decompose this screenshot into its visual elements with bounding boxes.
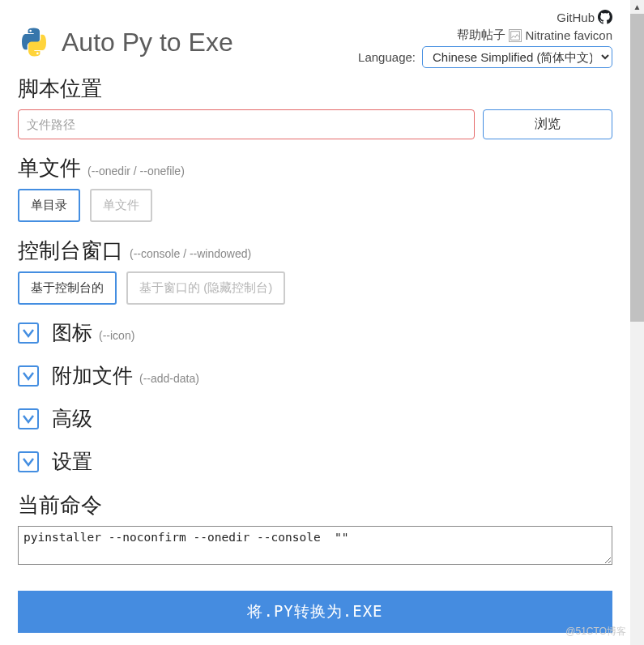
console-title: 控制台窗口 xyxy=(18,237,123,265)
browse-button[interactable]: 浏览 xyxy=(483,109,612,139)
collapse-label: 设置 xyxy=(52,448,92,475)
collapse-label: 高级 xyxy=(52,405,92,432)
console-hint: (--console / --windowed) xyxy=(130,247,251,260)
collapse-label: 附加文件 xyxy=(52,362,133,389)
script-path-input[interactable] xyxy=(18,109,475,139)
expand-toggle[interactable] xyxy=(18,408,39,429)
favicon-text: Nitratine favicon xyxy=(525,28,612,42)
expand-toggle[interactable] xyxy=(18,451,39,472)
convert-button[interactable]: 将.PY转换为.EXE xyxy=(18,591,612,633)
windowed-option[interactable]: 基于窗口的 (隐藏控制台) xyxy=(126,271,285,305)
collapse-label: 图标 xyxy=(52,319,92,346)
onefile-title: 单文件 xyxy=(18,154,81,182)
console-option[interactable]: 基于控制台的 xyxy=(18,271,117,305)
script-location-title: 脚本位置 xyxy=(18,75,612,103)
github-link[interactable]: GitHub xyxy=(557,11,595,24)
language-select[interactable]: Chinese Simplified (简体中文) xyxy=(422,46,612,68)
broken-image-icon xyxy=(509,29,522,42)
page-title: Auto Py to Exe xyxy=(62,28,233,58)
python-logo-icon xyxy=(18,26,50,58)
collapse-row: 高级 xyxy=(18,405,612,432)
scroll-up-icon[interactable]: ▲ xyxy=(630,0,644,14)
expand-toggle[interactable] xyxy=(18,365,39,387)
collapse-row: 设置 xyxy=(18,448,612,475)
script-location-section: 脚本位置 浏览 xyxy=(18,75,612,139)
expand-toggle[interactable] xyxy=(18,322,39,344)
onefile-hint: (--onedir / --onefile) xyxy=(87,164,185,177)
language-label: Language: xyxy=(358,50,416,64)
watermark: @51CTO博客 xyxy=(565,625,626,639)
github-icon[interactable] xyxy=(598,10,612,24)
console-section: 控制台窗口 (--console / --windowed) 基于控制台的 基于… xyxy=(18,237,612,305)
collapse-hint: (--icon) xyxy=(99,329,134,342)
scrollbar-thumb[interactable] xyxy=(630,14,644,322)
help-link[interactable]: 帮助帖子 xyxy=(457,28,505,43)
collapse-row: 附加文件 (--add-data) xyxy=(18,362,612,389)
collapse-hint: (--add-data) xyxy=(139,372,199,385)
command-textarea[interactable] xyxy=(18,526,612,565)
command-section: 当前命令 xyxy=(18,491,612,568)
scrollbar[interactable]: ▲ xyxy=(630,0,644,645)
onedir-option[interactable]: 单目录 xyxy=(18,189,80,222)
onefile-option[interactable]: 单文件 xyxy=(90,189,152,222)
onefile-section: 单文件 (--onedir / --onefile) 单目录 单文件 xyxy=(18,154,612,222)
command-title: 当前命令 xyxy=(18,491,612,519)
collapse-row: 图标 (--icon) xyxy=(18,319,612,346)
